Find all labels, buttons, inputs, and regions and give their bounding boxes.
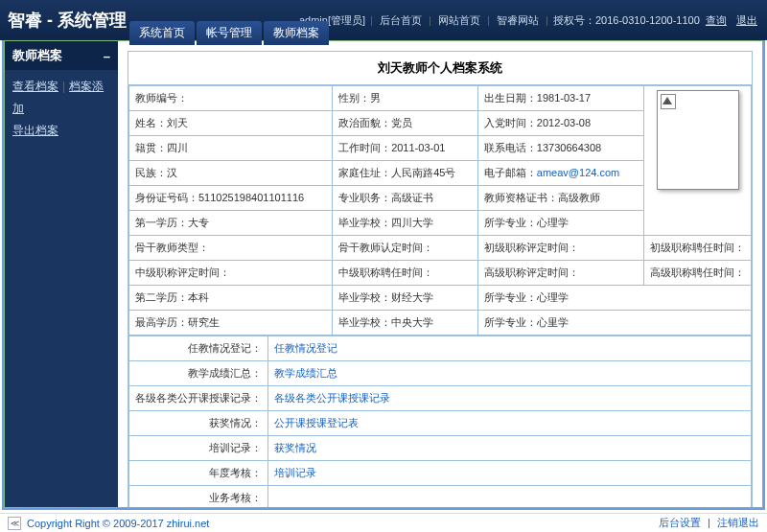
sidebar-toggle-icon[interactable]: – [104, 49, 110, 63]
cell-worktime: 工作时间：2011-03-01 [333, 136, 478, 161]
content-area: 刘天教师个人档案系统 教师编号： 性别：男 出生日期：1981-03-17 姓名… [118, 41, 762, 507]
cell-nation: 民族：汉 [129, 161, 333, 186]
rec-val[interactable]: 任教情况登记 [268, 336, 752, 361]
lbl-junior-eval: 初级职称评定时间： [477, 236, 643, 261]
lbl-junior-hire: 初级职称聘任时间： [644, 236, 752, 261]
cell-major3: 所学专业：心里学 [477, 311, 751, 335]
link-site-home[interactable]: 网站首页 [438, 14, 480, 26]
nav-tabs: 系统首页 帐号管理 教师档案 [129, 21, 329, 45]
rec-lbl: 获奖情况： [129, 411, 268, 436]
sidebar-links: 查看档案|档案添加 导出档案 [5, 70, 118, 147]
cell-address: 家庭住址：人民南路45号 [333, 161, 478, 186]
cell-edu3: 最高学历：研究生 [129, 311, 333, 335]
cell-school3: 毕业学校：中央大学 [333, 311, 478, 335]
photo-cell [644, 86, 752, 236]
lbl-senior-hire: 高级职称聘任时间： [644, 261, 752, 286]
cell-school2: 毕业学校：财经大学 [333, 286, 478, 311]
lbl-mid-hire: 中级职称聘任时间： [333, 261, 478, 286]
link-logout[interactable]: 退出 [736, 14, 757, 26]
archive-box: 刘天教师个人档案系统 教师编号： 性别：男 出生日期：1981-03-17 姓名… [128, 51, 753, 507]
cell-phone: 联系电话：13730664308 [477, 136, 643, 161]
link-settings[interactable]: 后台设置 [659, 517, 701, 528]
table-row: 骨干教师类型： 骨干教师认定时间： 初级职称评定时间： 初级职称聘任时间： [129, 236, 752, 261]
table-row: 业务考核： [129, 486, 752, 508]
cell-gender: 性别：男 [333, 86, 478, 111]
cell-birth: 出生日期：1981-03-17 [477, 86, 643, 111]
lbl-teacher-no: 教师编号： [129, 86, 333, 111]
cell-political: 政治面貌：党员 [333, 111, 478, 136]
info-table: 教师编号： 性别：男 出生日期：1981-03-17 姓名：刘天 政治面貌：党员… [128, 85, 752, 335]
archive-title: 刘天教师个人档案系统 [128, 52, 752, 85]
footer: ≪ Copyright Right © 2009-2017 zhirui.net… [0, 513, 767, 532]
rec-val[interactable]: 获奖情况 [268, 436, 752, 461]
sidebar: 教师档案 – 查看档案|档案添加 导出档案 [5, 41, 118, 507]
lbl-mid-eval: 中级职称评定时间： [129, 261, 333, 286]
cell-email: 电子邮箱：ameav@124.com [477, 161, 643, 186]
records-table: 任教情况登记：任教情况登记 教学成绩汇总：教学成绩汇总 各级各类公开课授课记录：… [128, 335, 752, 507]
table-row: 任教情况登记：任教情况登记 [129, 336, 752, 361]
collapse-icon[interactable]: ≪ [8, 517, 21, 530]
table-row: 第二学历：本科 毕业学校：财经大学 所学专业：心理学 [129, 286, 752, 311]
cell-major2: 所学专业：心理学 [477, 286, 751, 311]
auth-no: 2016-0310-1200-1100 [595, 14, 700, 26]
link-backstage-home[interactable]: 后台首页 [380, 14, 422, 26]
table-row: 最高学历：研究生 毕业学校：中央大学 所学专业：心里学 [129, 311, 752, 335]
table-row: 教学成绩汇总：教学成绩汇总 [129, 361, 752, 386]
rec-lbl: 年度考核： [129, 461, 268, 486]
link-logout-footer[interactable]: 注销退出 [717, 517, 759, 528]
table-row: 教师编号： 性别：男 出生日期：1981-03-17 [129, 86, 752, 111]
tab-account-mgmt[interactable]: 帐号管理 [197, 21, 262, 45]
cell-idcard: 身份证号码：511025198401101116 [129, 186, 333, 211]
rec-val[interactable]: 培训记录 [268, 461, 752, 486]
photo-placeholder-icon [657, 90, 739, 190]
cell-party-date: 入党时间：2012-03-08 [477, 111, 643, 136]
table-row: 获奖情况：公开课授课登记表 [129, 411, 752, 436]
rec-lbl: 业务考核： [129, 486, 268, 508]
lbl-senior-eval: 高级职称评定时间： [477, 261, 643, 286]
rec-val[interactable]: 公开课授课登记表 [268, 411, 752, 436]
rec-val[interactable]: 教学成绩汇总 [268, 361, 752, 386]
link-zhirui-site[interactable]: 智睿网站 [497, 14, 539, 26]
cell-cert: 教师资格证书：高级教师 [477, 186, 643, 211]
top-links: admin[管理员] | 后台首页 | 网站首页 | 智睿网站 | 授权号：20… [299, 13, 759, 28]
footer-right: 后台设置 | 注销退出 [659, 516, 759, 530]
cell-edu1: 第一学历：大专 [129, 211, 333, 236]
top-bar: 智睿 - 系统管理 admin[管理员] | 后台首页 | 网站首页 | 智睿网… [0, 0, 767, 40]
cell-edu2: 第二学历：本科 [129, 286, 333, 311]
table-row: 各级各类公开课授课记录：各级各类公开课授课记录 [129, 386, 752, 411]
table-row: 年度考核：培训记录 [129, 461, 752, 486]
rec-lbl: 教学成绩汇总： [129, 361, 268, 386]
rec-lbl: 各级各类公开课授课记录： [129, 386, 268, 411]
rec-val [268, 486, 752, 508]
rec-lbl: 任教情况登记： [129, 336, 268, 361]
cell-school1: 毕业学校：四川大学 [333, 211, 478, 236]
sidebar-header: 教师档案 – [5, 41, 118, 70]
table-row: 中级职称评定时间： 中级职称聘任时间： 高级职称评定时间： 高级职称聘任时间： [129, 261, 752, 286]
cell-major1: 所学专业：心理学 [477, 211, 643, 236]
copyright: Copyright Right © 2009-2017 zhirui.net [27, 518, 209, 529]
sidebar-title: 教师档案 [12, 47, 62, 64]
cell-name: 姓名：刘天 [129, 111, 333, 136]
cell-position: 专业职务：高级证书 [333, 186, 478, 211]
sidebar-item-view[interactable]: 查看档案 [12, 80, 58, 93]
sidebar-item-export[interactable]: 导出档案 [12, 124, 58, 137]
rec-lbl: 培训记录： [129, 436, 268, 461]
lbl-backbone-type: 骨干教师类型： [129, 236, 333, 261]
link-query[interactable]: 查询 [706, 14, 727, 26]
rec-val[interactable]: 各级各类公开课授课记录 [268, 386, 752, 411]
lbl-backbone-date: 骨干教师认定时间： [333, 236, 478, 261]
tab-system-home[interactable]: 系统首页 [129, 21, 195, 45]
logo: 智睿 - 系统管理 [8, 9, 127, 32]
cell-native: 籍贯：四川 [129, 136, 333, 161]
tab-teacher-archive[interactable]: 教师档案 [264, 21, 329, 45]
main-wrap: 教师档案 – 查看档案|档案添加 导出档案 刘天教师个人档案系统 教师编号： 性… [2, 40, 765, 510]
table-row: 培训记录：获奖情况 [129, 436, 752, 461]
auth-label: 授权号： [553, 14, 595, 26]
